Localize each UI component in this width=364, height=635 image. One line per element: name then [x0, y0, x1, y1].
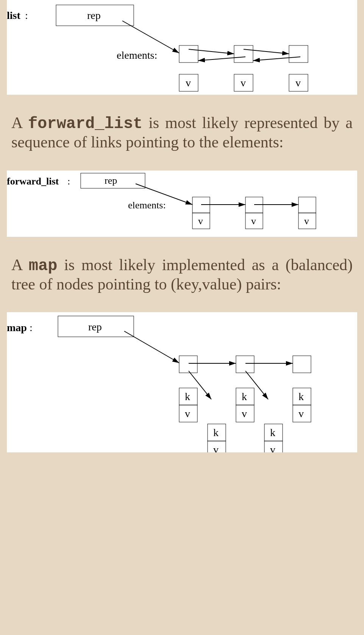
v-text: v: [298, 408, 304, 419]
node-link: [179, 356, 197, 373]
colon: :: [30, 322, 33, 333]
k-text: k: [270, 427, 275, 438]
k-text: k: [298, 391, 304, 402]
p1-pre: A: [11, 114, 28, 131]
v-text: v: [242, 408, 247, 419]
figure-map: map : rep k v k v k v: [7, 312, 357, 452]
label-map: map: [7, 322, 27, 333]
arrow: [189, 371, 211, 399]
page: list : rep elements: v v v: [0, 0, 364, 452]
rep-text: rep: [87, 9, 101, 21]
v-text: v: [270, 444, 275, 452]
elements-label: elements:: [128, 200, 166, 211]
colon: :: [25, 9, 28, 21]
node-top: [179, 45, 198, 63]
p1-code: forward_list: [28, 115, 142, 133]
elements-label: elements:: [117, 49, 157, 61]
p2-pre: A: [11, 256, 29, 274]
node-v: v: [241, 77, 246, 89]
colon: :: [67, 176, 70, 187]
arrow: [124, 331, 179, 363]
node-top: [298, 197, 316, 213]
arrow: [245, 371, 268, 399]
node-v: v: [186, 77, 191, 89]
p2-post: is most likely implemented as a (balance…: [11, 256, 353, 293]
arrow: [198, 57, 245, 61]
k-text: k: [185, 391, 190, 402]
label-list: list: [7, 9, 20, 21]
paragraph-map: A map is most likely implemented as a (b…: [11, 256, 353, 294]
figure-list-svg: list : rep elements: v v v: [7, 0, 357, 95]
node-v: v: [304, 216, 309, 227]
figure-map-svg: map : rep k v k v k v: [7, 312, 357, 452]
arrow: [244, 49, 289, 54]
k-text: k: [213, 427, 219, 438]
node-top: [234, 45, 253, 63]
rep-text: rep: [105, 175, 117, 186]
rep-text: rep: [88, 321, 102, 333]
v-text: v: [185, 408, 190, 419]
node-link: [236, 356, 254, 373]
node-top: [289, 45, 308, 63]
label-forward-list: forward_list: [7, 176, 59, 187]
node-v: v: [198, 216, 203, 227]
paragraph-forward-list: A forward_list is most likely rep­resent…: [11, 114, 353, 152]
figure-list: list : rep elements: v v v: [7, 0, 357, 95]
arrow: [253, 57, 300, 61]
arrow: [189, 49, 234, 54]
node-v: v: [251, 216, 256, 227]
p2-code: map: [29, 257, 58, 275]
arrow: [122, 21, 179, 53]
figure-forward-list: forward_list : rep elements: v v v: [7, 170, 357, 237]
figure-fwd-svg: forward_list : rep elements: v v v: [7, 170, 357, 237]
k-text: k: [242, 391, 247, 402]
node-v: v: [295, 77, 301, 89]
node-link: [293, 356, 311, 373]
v-text: v: [213, 444, 219, 452]
